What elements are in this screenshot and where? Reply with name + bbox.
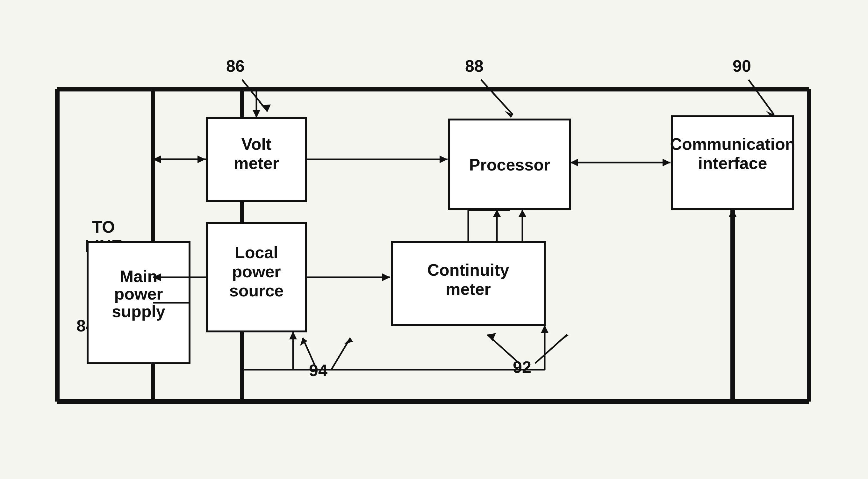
- svg-marker-40: [253, 110, 260, 118]
- svg-line-16: [535, 335, 567, 363]
- svg-line-10: [481, 80, 513, 115]
- voltmeter-label: Volt: [242, 135, 271, 153]
- main-power-supply-label: Main: [120, 267, 157, 286]
- main-power-supply-label2: power: [114, 285, 163, 303]
- svg-line-12: [749, 80, 774, 115]
- svg-marker-11: [505, 111, 513, 118]
- continuity-meter-label: Continuity: [427, 261, 509, 279]
- label-90: 90: [733, 57, 751, 75]
- svg-marker-25: [382, 273, 390, 281]
- svg-marker-15: [487, 333, 496, 341]
- svg-marker-21: [344, 338, 353, 344]
- label-86: 86: [226, 57, 245, 75]
- local-power-source-label3: source: [229, 281, 284, 300]
- continuity-meter-label2: meter: [446, 280, 491, 298]
- svg-marker-44: [541, 325, 549, 333]
- svg-marker-32: [519, 210, 526, 217]
- local-power-source-label2: power: [232, 262, 281, 281]
- svg-marker-23: [440, 155, 447, 163]
- svg-marker-35: [570, 159, 578, 167]
- svg-marker-17: [561, 335, 568, 341]
- voltmeter-label2: meter: [234, 154, 279, 172]
- to-line-label: TO: [92, 218, 115, 236]
- comm-interface-label: Communication: [670, 135, 795, 153]
- main-power-supply-label3: supply: [112, 302, 165, 321]
- svg-marker-46: [289, 331, 297, 339]
- local-power-source-label: Local: [235, 243, 278, 262]
- comm-interface-label2: interface: [698, 154, 767, 172]
- svg-marker-51: [197, 155, 206, 163]
- diagram-container: TO LINE 84 86 88 90 92 94: [26, 26, 841, 453]
- processor-label: Processor: [469, 155, 550, 174]
- label-88: 88: [465, 57, 484, 75]
- svg-marker-34: [662, 159, 671, 167]
